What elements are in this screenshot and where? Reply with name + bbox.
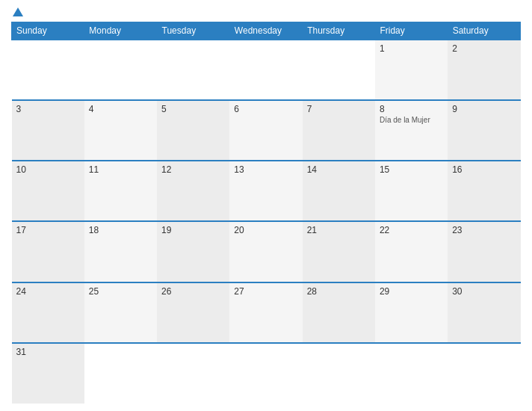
calendar-cell: 1 (375, 40, 448, 100)
calendar-row: 10111213141516 (12, 161, 521, 221)
day-number: 17 (16, 225, 80, 235)
logo (11, 7, 23, 17)
calendar-cell: 22 (375, 221, 448, 282)
day-number: 9 (452, 104, 516, 114)
calendar-cell: 18 (84, 221, 157, 282)
calendar-cell: 19 (157, 221, 229, 282)
day-number: 5 (161, 104, 225, 114)
weekday-header-monday: Monday (84, 22, 157, 40)
day-number: 19 (161, 225, 225, 235)
calendar-cell: 3 (12, 100, 84, 161)
day-number: 16 (452, 164, 516, 175)
day-number: 18 (89, 225, 152, 235)
day-number: 27 (234, 286, 297, 297)
calendar-cell: 26 (157, 282, 229, 343)
day-number: 13 (234, 164, 297, 175)
calendar-cell: 5 (157, 100, 229, 161)
calendar-row: 17181920212223 (12, 221, 521, 282)
calendar-cell: 6 (229, 100, 302, 161)
day-event: Día de la Mujer (380, 116, 443, 124)
day-number: 30 (452, 286, 516, 297)
calendar-row: 345678Día de la Mujer9 (12, 100, 521, 161)
day-number: 23 (452, 225, 516, 235)
day-number: 15 (380, 164, 443, 175)
weekday-header-tuesday: Tuesday (157, 22, 229, 40)
calendar-table: SundayMondayTuesdayWednesdayThursdayFrid… (11, 22, 521, 404)
calendar-cell (12, 40, 84, 100)
day-number: 3 (16, 104, 80, 114)
calendar-cell: 31 (12, 343, 84, 404)
calendar-cell (84, 343, 157, 404)
calendar-cell: 10 (12, 161, 84, 221)
weekday-header-wednesday: Wednesday (229, 22, 302, 40)
calendar-body: 12345678Día de la Mujer91011121314151617… (12, 40, 521, 404)
logo-triangle-icon (13, 7, 23, 16)
logo-blue-text (11, 7, 23, 17)
calendar-cell: 24 (12, 282, 84, 343)
day-number: 7 (307, 104, 371, 114)
day-number: 21 (307, 225, 371, 235)
day-number: 25 (89, 286, 152, 297)
calendar-cell: 27 (229, 282, 302, 343)
day-number: 14 (307, 164, 371, 175)
calendar-cell: 7 (303, 100, 375, 161)
day-number: 20 (234, 225, 297, 235)
day-number: 24 (16, 286, 80, 297)
day-number: 8 (380, 104, 443, 114)
day-number: 22 (380, 225, 443, 235)
calendar-cell: 13 (229, 161, 302, 221)
weekday-header-thursday: Thursday (303, 22, 375, 40)
day-number: 11 (89, 164, 152, 175)
calendar-cell: 2 (448, 40, 520, 100)
calendar-cell (229, 343, 302, 404)
day-number: 12 (161, 164, 225, 175)
calendar-cell: 28 (303, 282, 375, 343)
calendar-row: 24252627282930 (12, 282, 521, 343)
calendar-cell: 21 (303, 221, 375, 282)
calendar-row: 12 (12, 40, 521, 100)
day-number: 2 (452, 43, 516, 54)
calendar-cell (303, 343, 375, 404)
calendar-cell (375, 343, 448, 404)
calendar-cell (303, 40, 375, 100)
page-header (11, 7, 521, 17)
calendar-header: SundayMondayTuesdayWednesdayThursdayFrid… (12, 22, 521, 40)
day-number: 29 (380, 286, 443, 297)
calendar-cell: 29 (375, 282, 448, 343)
calendar-cell (84, 40, 157, 100)
day-number: 28 (307, 286, 371, 297)
day-number: 26 (161, 286, 225, 297)
calendar-cell: 4 (84, 100, 157, 161)
calendar-cell: 9 (448, 100, 520, 161)
day-number: 4 (89, 104, 152, 114)
weekday-header-sunday: Sunday (12, 22, 84, 40)
calendar-cell: 14 (303, 161, 375, 221)
calendar-cell (229, 40, 302, 100)
weekday-header-saturday: Saturday (448, 22, 520, 40)
calendar-cell: 30 (448, 282, 520, 343)
calendar-cell (448, 343, 520, 404)
calendar-cell: 16 (448, 161, 520, 221)
calendar-cell: 17 (12, 221, 84, 282)
calendar-cell: 11 (84, 161, 157, 221)
day-number: 31 (16, 347, 80, 357)
calendar-cell: 25 (84, 282, 157, 343)
calendar-cell: 23 (448, 221, 520, 282)
day-number: 10 (16, 164, 80, 175)
calendar-cell (157, 343, 229, 404)
calendar-cell: 15 (375, 161, 448, 221)
calendar-cell: 20 (229, 221, 302, 282)
calendar-cell: 8Día de la Mujer (375, 100, 448, 161)
weekday-header-friday: Friday (375, 22, 448, 40)
day-number: 1 (380, 43, 443, 54)
day-number: 6 (234, 104, 297, 114)
calendar-cell: 12 (157, 161, 229, 221)
calendar-row: 31 (12, 343, 521, 404)
weekday-header-row: SundayMondayTuesdayWednesdayThursdayFrid… (12, 22, 521, 40)
calendar-cell (157, 40, 229, 100)
